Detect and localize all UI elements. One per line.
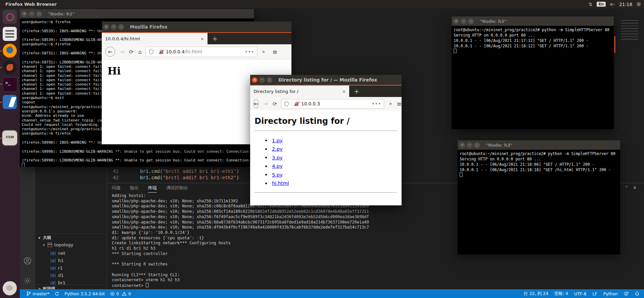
- xterm-h1-titlebar[interactable]: "Node: h1": [20, 9, 254, 19]
- clock[interactable]: 21:18: [619, 2, 632, 7]
- reload-button[interactable]: ⟳: [129, 49, 133, 55]
- minimize-icon[interactable]: [111, 24, 117, 30]
- close-icon[interactable]: [103, 24, 109, 30]
- panel-maximize-icon[interactable]: ⌃: [625, 185, 628, 190]
- outline-symbol-d1[interactable]: [@]d1: [50, 273, 64, 278]
- xterm-icon[interactable]: XTERM: [3, 131, 17, 145]
- xterm-h3-terminal[interactable]: root@ubuntu:~/mininet_prog/practice2# py…: [458, 150, 620, 254]
- system-menu-icon[interactable]: [636, 2, 641, 7]
- xterm-h2-titlebar[interactable]: "Node: h2": [452, 16, 614, 26]
- outline-root-item[interactable]: ∨ topology: [43, 242, 73, 247]
- accounts-icon[interactable]: [24, 257, 32, 265]
- tab-close-icon[interactable]: ×: [200, 36, 204, 41]
- insecure-lock-icon[interactable]: [159, 49, 164, 54]
- panel-tab-item[interactable]: 问题: [112, 185, 121, 193]
- sync-button[interactable]: [55, 292, 59, 296]
- forward-button[interactable]: →: [263, 101, 268, 107]
- xterm-h2-terminal[interactable]: root@ubuntu:~/mininet_prog/practice2# py…: [452, 26, 614, 129]
- close-icon[interactable]: [21, 11, 27, 17]
- panel-close-icon[interactable]: ✕: [633, 185, 637, 190]
- software-center-icon[interactable]: [3, 10, 17, 24]
- firefox-icon[interactable]: [3, 44, 17, 58]
- url-bar[interactable]: 10.0.0.3 •••: [281, 99, 384, 109]
- minimap[interactable]: [621, 20, 638, 21]
- files-icon[interactable]: [3, 27, 17, 41]
- cursor-position-item[interactable]: 行 22, 列 24: [524, 291, 548, 297]
- input-switcher-icon[interactable]: ⇅: [589, 2, 593, 7]
- back-button[interactable]: ←: [105, 47, 115, 57]
- keyboard-layout-indicator[interactable]: En: [597, 2, 606, 7]
- eol-item[interactable]: LF: [593, 291, 597, 296]
- editor-line[interactable]: 42br1.cmd("brctl addif br1 br1-eth2"): [107, 175, 239, 180]
- firefox-hi-titlebar[interactable]: Mozilla Firefox: [102, 21, 291, 32]
- home-button[interactable]: ⌂: [138, 49, 142, 55]
- new-tab-button[interactable]: +: [354, 88, 359, 95]
- terminal-cursor: [454, 49, 614, 54]
- panel-tab-item[interactable]: 输出: [130, 185, 139, 193]
- indentation-item[interactable]: 空格: 4: [554, 291, 568, 297]
- active-tab[interactable]: 10.0.0.4/hi.html ×: [102, 33, 208, 44]
- file-link[interactable]: 2.py: [272, 146, 283, 152]
- language-mode-item[interactable]: Python: [603, 291, 618, 296]
- page-actions-icon[interactable]: •••: [372, 101, 381, 106]
- notifications-bell-icon[interactable]: [635, 291, 639, 296]
- tracking-shield-icon[interactable]: [284, 101, 289, 106]
- outline-symbol-net[interactable]: [@]net: [50, 251, 65, 256]
- file-link[interactable]: 1.py: [272, 138, 283, 143]
- maximize-icon[interactable]: [474, 142, 480, 148]
- outline-symbol-h1[interactable]: [@]h1: [50, 258, 64, 263]
- back-button[interactable]: ←: [254, 99, 259, 108]
- close-icon[interactable]: [459, 142, 465, 148]
- active-tab[interactable]: Directory listing for / ×: [250, 86, 349, 97]
- app-icon-light[interactable]: [3, 281, 17, 295]
- minimize-icon[interactable]: [29, 11, 35, 17]
- outline-symbol-r1[interactable]: [@]r1: [50, 265, 63, 270]
- maximize-icon[interactable]: [36, 11, 42, 17]
- xterm-h3-titlebar[interactable]: "Node: h3": [458, 140, 620, 150]
- encoding-item[interactable]: UTF-8: [574, 291, 586, 296]
- minimize-icon[interactable]: [461, 18, 466, 24]
- terminal-line: smallko/php-apache-dev; v10; None; sha25…: [112, 220, 481, 225]
- settings-gear-icon[interactable]: [24, 277, 32, 285]
- terminal-icon[interactable]: [3, 77, 17, 92]
- tab-close-icon[interactable]: ×: [342, 89, 346, 94]
- maximize-icon[interactable]: [118, 24, 124, 30]
- forward-button[interactable]: →: [120, 49, 124, 55]
- feedback-smiley-icon[interactable]: [624, 291, 629, 296]
- reload-button[interactable]: ⟳: [273, 101, 277, 107]
- new-tab-button[interactable]: +: [212, 35, 218, 42]
- page-actions-icon[interactable]: •••: [245, 49, 254, 54]
- maximize-icon[interactable]: [267, 77, 272, 83]
- minimize-icon[interactable]: [467, 142, 472, 148]
- minimize-icon[interactable]: [259, 77, 265, 83]
- close-icon[interactable]: [252, 77, 258, 83]
- problems-item[interactable]: 0 0: [110, 291, 131, 296]
- file-link[interactable]: 5.py: [272, 172, 283, 178]
- firefox-dir-titlebar[interactable]: Directory listing for / — Mozilla Firefo…: [250, 75, 402, 85]
- volume-muted-icon[interactable]: [610, 2, 615, 7]
- app-icon-dark[interactable]: [3, 60, 17, 74]
- file-link[interactable]: 3.py: [272, 155, 283, 160]
- editor-line[interactable]: 41br1.cmd("brctl addif br1 br1-eth1"): [107, 168, 239, 174]
- overflow-menu-icon[interactable]: »: [262, 49, 265, 55]
- hamburger-menu-icon[interactable]: ≡: [397, 100, 402, 107]
- hamburger-menu-icon[interactable]: ≡: [272, 48, 277, 55]
- maximize-icon[interactable]: [468, 18, 474, 24]
- file-link[interactable]: 4.py: [272, 163, 283, 169]
- file-link[interactable]: hi.html: [272, 181, 289, 186]
- vscode-icon[interactable]: [3, 95, 17, 109]
- tracking-shield-icon[interactable]: [149, 49, 153, 54]
- panel-tab-item[interactable]: 调试控制台: [166, 185, 188, 193]
- python-interpreter-item[interactable]: Python 3.5.2 64-bit: [64, 291, 105, 296]
- insecure-lock-icon[interactable]: [294, 101, 299, 106]
- url-bar[interactable]: 10.0.0.4/hi.html •••: [146, 47, 257, 57]
- close-icon[interactable]: [453, 18, 459, 24]
- terminal-line: smallko/php-apache-dev; v10; None; sha25…: [112, 209, 481, 214]
- terminal-line: d1: kwargs {'ip': '10.0.0.1/24'}: [112, 230, 481, 236]
- outline-section-header[interactable]: ∨ 大纲: [35, 234, 107, 241]
- integrated-terminal[interactable]: Adding hosts1:smallko/php-apache-dev; v1…: [112, 193, 481, 289]
- overflow-menu-icon[interactable]: »: [389, 101, 392, 107]
- focused-app-name[interactable]: Firefox Web Browser: [5, 2, 57, 7]
- panel-tab-active[interactable]: 终端: [148, 185, 157, 193]
- git-branch-item[interactable]: master*: [27, 291, 49, 296]
